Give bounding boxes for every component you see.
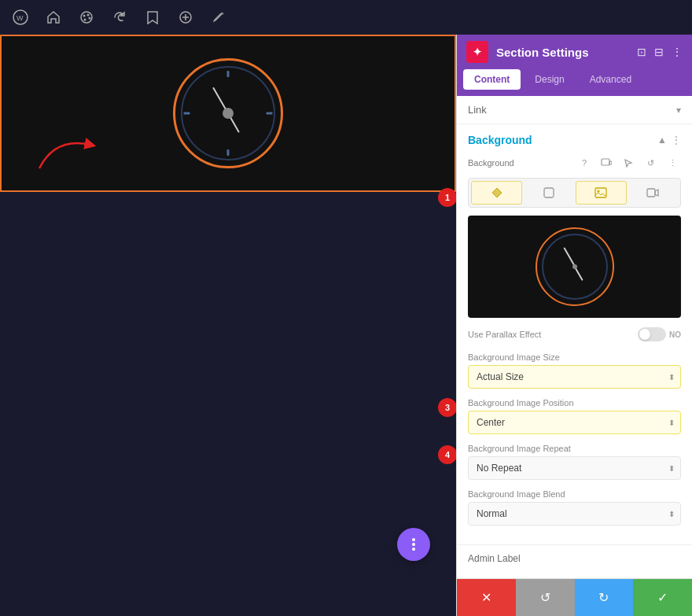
bg-image-blend-select-wrapper: Normal Multiply Screen Overlay — [468, 502, 681, 526]
right-panel: ✦ Section Settings ⊡ ⊟ ⋮ Content Design … — [456, 35, 692, 616]
panel-body: Link ▾ Background ▲ ⋮ Background ? — [457, 96, 692, 578]
link-section-row[interactable]: Link ▾ — [457, 96, 692, 124]
canvas-area: 1 2 3 4 — [0, 35, 456, 616]
step-badge-1: 1 — [438, 188, 456, 207]
bg-image-size-select-wrapper: Actual Size Cover Contain — [468, 365, 681, 389]
bg-collapse-icon[interactable]: ▲ — [657, 135, 667, 146]
bg-image-blend-select[interactable]: Normal Multiply Screen Overlay — [468, 502, 681, 526]
home-icon[interactable] — [42, 6, 64, 28]
tick-left — [184, 113, 190, 115]
panel-tabs: Content Design Advanced — [457, 69, 692, 96]
add-icon[interactable] — [175, 6, 197, 28]
bg-image-blend-label: Background Image Blend — [468, 489, 681, 499]
bg-controls-row: Background ? ↺ ⋮ — [468, 154, 681, 172]
parallax-value: NO — [669, 330, 681, 339]
admin-label-row[interactable]: Admin Label — [457, 544, 692, 572]
tick-right — [267, 113, 273, 115]
type-selector — [468, 178, 681, 208]
type-btn-color[interactable] — [524, 181, 573, 205]
clock-center — [223, 108, 234, 119]
layout-icon[interactable]: ⊟ — [654, 46, 664, 58]
bg-image-position-select-wrapper: Center Top Left Top Center Top Right — [468, 411, 681, 434]
arrow-annotation — [31, 129, 110, 175]
toggle-thumb — [639, 329, 650, 340]
svg-rect-16 — [595, 188, 606, 197]
svg-rect-14 — [609, 161, 612, 164]
bg-title: Background — [468, 134, 532, 146]
admin-label-text: Admin Label — [468, 553, 521, 564]
tab-content[interactable]: Content — [463, 69, 521, 90]
bg-image-repeat-field: Background Image Repeat No Repeat Tile T… — [468, 444, 681, 480]
bg-section-header: Background ▲ ⋮ — [468, 134, 681, 146]
bg-more2-btn[interactable]: ⋮ — [664, 154, 681, 172]
svg-point-11 — [412, 543, 415, 546]
bg-image-repeat-select[interactable]: No Repeat Tile Tile Horizontally Tile Ve… — [468, 456, 681, 480]
svg-point-12 — [412, 548, 415, 551]
svg-point-6 — [84, 19, 86, 21]
type-btn-image[interactable] — [576, 181, 627, 205]
clock-face — [181, 66, 275, 160]
palette-icon[interactable] — [75, 6, 98, 28]
tick-bottom — [227, 149, 230, 156]
panel-header: ✦ Section Settings ⊡ ⊟ ⋮ — [457, 35, 692, 69]
preview-center-dot — [572, 264, 577, 269]
svg-point-17 — [598, 190, 600, 193]
bg-header-right: ▲ ⋮ — [657, 135, 681, 146]
step-badge-3: 3 — [438, 398, 456, 417]
link-chevron: ▾ — [676, 105, 681, 116]
clock-widget[interactable] — [173, 58, 283, 168]
bg-image-repeat-select-wrapper: No Repeat Tile Tile Horizontally Tile Ve… — [468, 456, 681, 480]
bg-responsive-btn[interactable] — [598, 154, 615, 172]
svg-point-3 — [83, 15, 86, 17]
svg-rect-18 — [647, 189, 655, 197]
tab-advanced[interactable]: Advanced — [579, 69, 642, 90]
edit-icon[interactable] — [208, 6, 230, 28]
svg-rect-13 — [602, 159, 609, 165]
svg-point-10 — [412, 538, 415, 541]
svg-point-4 — [87, 14, 90, 17]
parallax-row: Use Parallax Effect NO — [468, 327, 681, 341]
bg-reset-btn[interactable]: ↺ — [642, 154, 659, 172]
more-options-icon[interactable]: ⋮ — [672, 46, 683, 58]
svg-text:W: W — [17, 14, 24, 22]
panel-title: Section Settings — [496, 46, 589, 59]
parallax-toggle[interactable]: NO — [638, 327, 681, 341]
refresh-icon[interactable] — [109, 6, 131, 28]
bg-cursor-btn[interactable] — [620, 154, 637, 172]
cancel-button[interactable]: ✕ — [457, 579, 516, 616]
bg-image-blend-field: Background Image Blend Normal Multiply S… — [468, 489, 681, 526]
bg-more-icon[interactable]: ⋮ — [672, 135, 681, 146]
preview-clock — [536, 227, 614, 306]
top-toolbar: W — [0, 0, 692, 35]
bookmark-icon[interactable] — [142, 6, 164, 28]
background-section: Background ▲ ⋮ Background ? — [457, 124, 692, 544]
wordpress-icon[interactable]: W — [9, 6, 31, 28]
step-badge-4: 4 — [438, 445, 456, 464]
bg-help-btn[interactable]: ? — [576, 154, 593, 172]
tick-top — [227, 71, 230, 77]
bg-controls-label: Background — [468, 158, 571, 168]
toggle-track[interactable] — [638, 327, 666, 341]
bg-image-repeat-label: Background Image Repeat — [468, 444, 681, 453]
floating-menu-button[interactable] — [397, 528, 430, 561]
bg-image-size-select[interactable]: Actual Size Cover Contain — [468, 365, 681, 389]
undo-button[interactable]: ↺ — [516, 579, 575, 616]
bg-image-size-field: Background Image Size Actual Size Cover … — [468, 352, 681, 389]
redo-button[interactable]: ↻ — [575, 579, 634, 616]
svg-rect-15 — [544, 188, 554, 197]
bg-image-position-label: Background Image Position — [468, 398, 681, 408]
responsive-icon[interactable]: ⊡ — [637, 46, 646, 58]
type-btn-gradient[interactable] — [471, 181, 522, 205]
divi-logo: ✦ — [466, 41, 488, 63]
main-area: 1 2 3 4 ✦ Section Settings ⊡ ⊟ — [0, 35, 692, 616]
type-btn-video[interactable] — [628, 181, 678, 205]
confirm-button[interactable]: ✓ — [633, 579, 692, 616]
link-label: Link — [468, 104, 487, 116]
svg-point-5 — [89, 17, 91, 20]
canvas-section[interactable] — [0, 35, 456, 192]
bg-image-position-field: Background Image Position Center Top Lef… — [468, 398, 681, 434]
bg-image-position-select[interactable]: Center Top Left Top Center Top Right — [468, 411, 681, 434]
action-bar: ✕ ↺ ↻ ✓ — [457, 578, 692, 616]
tab-design[interactable]: Design — [524, 69, 575, 90]
bg-preview-image[interactable] — [468, 216, 681, 318]
